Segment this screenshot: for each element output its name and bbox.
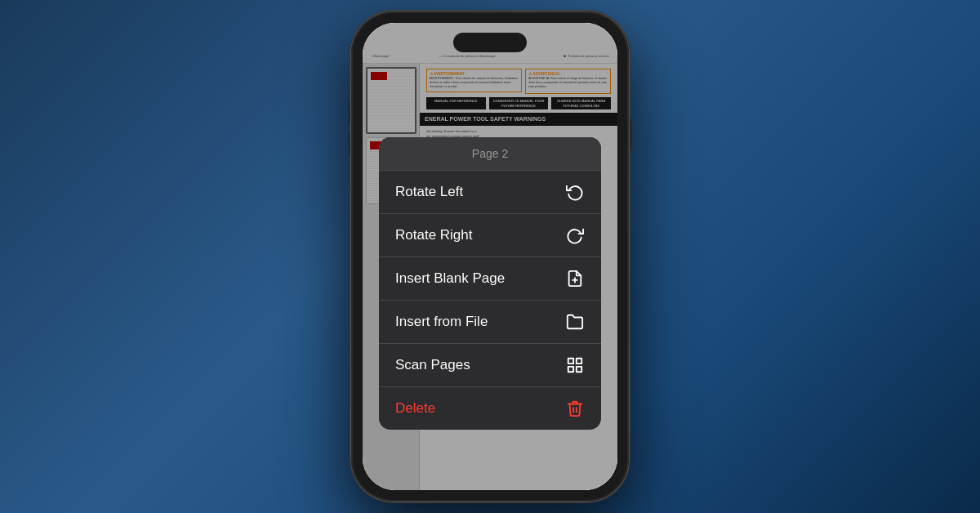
insert-blank-icon [565, 269, 585, 288]
context-menu: Page 2 Rotate Left Rotate Right [379, 137, 601, 430]
rotate-left-icon [565, 182, 585, 202]
context-menu-overlay: Page 2 Rotate Left Rotate Right [363, 23, 617, 490]
insert-file-label: Insert from File [395, 314, 488, 330]
delete-icon [565, 399, 585, 418]
insert-blank-menu-item[interactable]: Insert Blank Page [379, 257, 601, 301]
scan-pages-menu-item[interactable]: Scan Pages [379, 344, 601, 387]
phone-screen: ...Back page — Commande de pièces et dép… [363, 23, 617, 490]
svg-rect-5 [568, 367, 573, 372]
rotate-right-icon [565, 225, 585, 245]
svg-rect-4 [577, 367, 581, 372]
menu-header: Page 2 [379, 137, 601, 171]
svg-rect-2 [568, 359, 573, 364]
rotate-left-menu-item[interactable]: Rotate Left [379, 171, 601, 214]
rotate-right-menu-item[interactable]: Rotate Right [379, 214, 601, 257]
delete-label: Delete [395, 400, 435, 417]
dynamic-island [453, 33, 527, 52]
insert-blank-label: Insert Blank Page [395, 270, 505, 287]
scan-pages-icon [565, 355, 585, 375]
delete-menu-item[interactable]: Delete [379, 387, 601, 430]
rotate-left-label: Rotate Left [395, 184, 463, 200]
phone-wrapper: ...Back page — Commande de pièces et dép… [351, 11, 629, 502]
insert-file-icon [565, 312, 585, 332]
rotate-right-label: Rotate Right [395, 227, 473, 243]
scan-pages-label: Scan Pages [395, 357, 470, 373]
insert-file-menu-item[interactable]: Insert from File [379, 301, 601, 344]
svg-rect-3 [577, 359, 581, 364]
